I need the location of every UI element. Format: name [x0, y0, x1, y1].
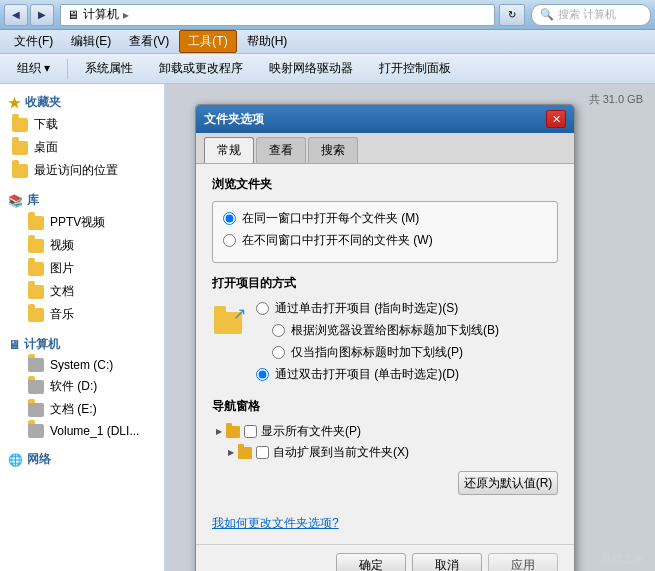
nav-checkbox-1[interactable]: [244, 425, 257, 438]
sidebar-item-desktop[interactable]: 桌面: [4, 136, 160, 159]
browse-option-2: 在不同窗口中打开不同的文件夹 (W): [223, 232, 547, 249]
open-option-4-label: 通过双击打开项目 (单击时选定)(D): [275, 366, 459, 383]
toolbar: 组织 ▾ 系统属性 卸载或更改程序 映射网络驱动器 打开控制面板: [0, 54, 655, 84]
open-option-1: 通过单击打开项目 (指向时选定)(S): [256, 300, 558, 317]
toolbar-controlpanel[interactable]: 打开控制面板: [370, 57, 460, 80]
restore-defaults-button[interactable]: 还原为默认值(R): [458, 471, 558, 495]
open-section-inner: ↗ 通过单击打开项目 (指向时选定)(S) 根据浏览器设: [212, 300, 558, 388]
c-label: System (C:): [50, 358, 113, 372]
open-radio-3[interactable]: [272, 346, 285, 359]
dialog-title: 文件夹选项: [204, 111, 264, 128]
nav-checkbox-2[interactable]: [256, 446, 269, 459]
open-option-4: 通过双击打开项目 (单击时选定)(D): [256, 366, 558, 383]
open-radio-2[interactable]: [272, 324, 285, 337]
refresh-button[interactable]: ↻: [499, 4, 525, 26]
disk-icon-e: [28, 403, 44, 417]
browse-radio-2[interactable]: [223, 234, 236, 247]
sidebar-item-e[interactable]: 文档 (E:): [20, 398, 160, 421]
favorites-label: 收藏夹: [25, 94, 61, 111]
ok-button[interactable]: 确定: [336, 553, 406, 571]
dialog-title-bar: 文件夹选项 ✕: [196, 105, 574, 133]
browse-section-title: 浏览文件夹: [212, 176, 558, 193]
sidebar-item-video[interactable]: 视频: [20, 234, 160, 257]
search-bar[interactable]: 🔍 搜索 计算机: [531, 4, 651, 26]
docs-label: 文档: [50, 283, 74, 300]
folder-icon-recent: [12, 164, 28, 178]
open-radio-1[interactable]: [256, 302, 269, 315]
nav-subfolder-row: ▶ 自动扩展到当前文件夹(X): [216, 444, 558, 461]
computer-items: System (C:) 软件 (D:) 文档 (E:) Volume_1 (DL…: [4, 355, 160, 441]
nav-section: 导航窗格 ▶ 显示所有文件夹(P) ▶: [212, 398, 558, 461]
computer-label: 计算机: [24, 336, 60, 353]
toolbar-mapnet[interactable]: 映射网络驱动器: [260, 57, 362, 80]
sidebar-item-pptv[interactable]: PPTV视频: [20, 211, 160, 234]
vol-label: Volume_1 (DLI...: [50, 424, 139, 438]
library-label: 库: [27, 192, 39, 209]
open-option-2-label: 根据浏览器设置给图标标题加下划线(B): [291, 322, 499, 339]
nav-section-title: 导航窗格: [212, 398, 558, 415]
sidebar-item-recent[interactable]: 最近访问的位置: [4, 159, 160, 182]
sidebar-computer-header: 🖥 计算机: [4, 334, 160, 355]
open-option-3: 仅当指向图标标题时加下划线(P): [256, 344, 558, 361]
folder-icon-music: [28, 308, 44, 322]
folder-icon-desktop: [12, 141, 28, 155]
tab-search[interactable]: 搜索: [308, 137, 358, 163]
sidebar-item-d[interactable]: 软件 (D:): [20, 375, 160, 398]
sidebar-network-section: 🌐 网络: [4, 449, 160, 470]
menu-edit[interactable]: 编辑(E): [63, 31, 119, 52]
sidebar-item-c[interactable]: System (C:): [20, 355, 160, 375]
main-area: ★ 收藏夹 下载 桌面 最近访问的位置 📚: [0, 84, 655, 571]
restore-row: 还原为默认值(R): [212, 471, 558, 495]
e-label: 文档 (E:): [50, 401, 97, 418]
back-button[interactable]: ◀: [4, 4, 28, 26]
sidebar-computer-section: 🖥 计算机 System (C:) 软件 (D:) 文档 (E:): [4, 334, 160, 441]
sidebar-favorites-section: ★ 收藏夹 下载 桌面 最近访问的位置: [4, 92, 160, 182]
cancel-button[interactable]: 取消: [412, 553, 482, 571]
tab-general[interactable]: 常规: [204, 137, 254, 163]
nav-buttons: ◀ ▶: [4, 4, 54, 26]
path-text: 计算机: [83, 6, 119, 23]
folder-icon-video: [28, 239, 44, 253]
title-bar: ◀ ▶ 🖥 计算机 ▸ ↻ 🔍 搜索 计算机: [0, 0, 655, 30]
apply-button[interactable]: 应用: [488, 553, 558, 571]
sidebar-item-downloads[interactable]: 下载: [4, 113, 160, 136]
menu-view[interactable]: 查看(V): [121, 31, 177, 52]
dialog-bottom-buttons: 确定 取消 应用: [196, 544, 574, 571]
toolbar-sysprop[interactable]: 系统属性: [76, 57, 142, 80]
sidebar-item-docs[interactable]: 文档: [20, 280, 160, 303]
open-arrow-icon: ↗: [233, 304, 246, 323]
dialog-content: 浏览文件夹 在同一窗口中打开每个文件夹 (M) 在不同窗口中打开不同的文件夹 (…: [196, 164, 574, 507]
help-link[interactable]: 我如何更改文件夹选项?: [212, 515, 339, 532]
open-option-2: 根据浏览器设置给图标标题加下划线(B): [256, 322, 558, 339]
open-radio-4[interactable]: [256, 368, 269, 381]
menu-tools[interactable]: 工具(T): [179, 30, 236, 53]
path-bar[interactable]: 🖥 计算机 ▸: [60, 4, 495, 26]
content-area: 共 31.0 GB 文件夹选项 ✕ 常规 查看 搜索: [165, 84, 655, 571]
tab-view[interactable]: 查看: [256, 137, 306, 163]
nav-item-2-label: 自动扩展到当前文件夹(X): [273, 444, 409, 461]
browse-section: 浏览文件夹 在同一窗口中打开每个文件夹 (M) 在不同窗口中打开不同的文件夹 (…: [212, 176, 558, 263]
open-option-1-label: 通过单击打开项目 (指向时选定)(S): [275, 300, 458, 317]
toolbar-uninstall[interactable]: 卸载或更改程序: [150, 57, 252, 80]
toolbar-organize[interactable]: 组织 ▾: [8, 57, 59, 80]
downloads-label: 下载: [34, 116, 58, 133]
browse-option-2-label: 在不同窗口中打开不同的文件夹 (W): [242, 232, 433, 249]
forward-button[interactable]: ▶: [30, 4, 54, 26]
menu-help[interactable]: 帮助(H): [239, 31, 296, 52]
menu-file[interactable]: 文件(F): [6, 31, 61, 52]
network-icon: 🌐: [8, 453, 23, 467]
browse-radio-1[interactable]: [223, 212, 236, 225]
sidebar-item-pictures[interactable]: 图片: [20, 257, 160, 280]
folder-icon-pictures: [28, 262, 44, 276]
computer-icon: 🖥: [8, 338, 20, 352]
browse-option-1: 在同一窗口中打开每个文件夹 (M): [223, 210, 547, 227]
sidebar-item-vol[interactable]: Volume_1 (DLI...: [20, 421, 160, 441]
explorer-window: ◀ ▶ 🖥 计算机 ▸ ↻ 🔍 搜索 计算机 文件(F) 编辑(E) 查看(V)…: [0, 0, 655, 571]
sidebar-item-music[interactable]: 音乐: [20, 303, 160, 326]
browse-option-1-label: 在同一窗口中打开每个文件夹 (M): [242, 210, 419, 227]
open-folder-icon: ↗: [214, 304, 246, 334]
library-items: PPTV视频 视频 图片 文档: [4, 211, 160, 326]
sidebar-favorites-header: ★ 收藏夹: [4, 92, 160, 113]
video-label: 视频: [50, 237, 74, 254]
dialog-close-button[interactable]: ✕: [546, 110, 566, 128]
